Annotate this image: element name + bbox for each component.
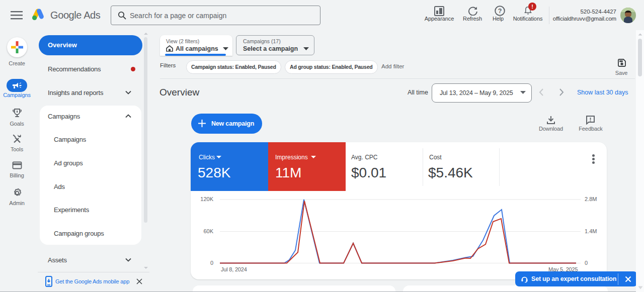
svg-text:?: ? (498, 8, 502, 15)
